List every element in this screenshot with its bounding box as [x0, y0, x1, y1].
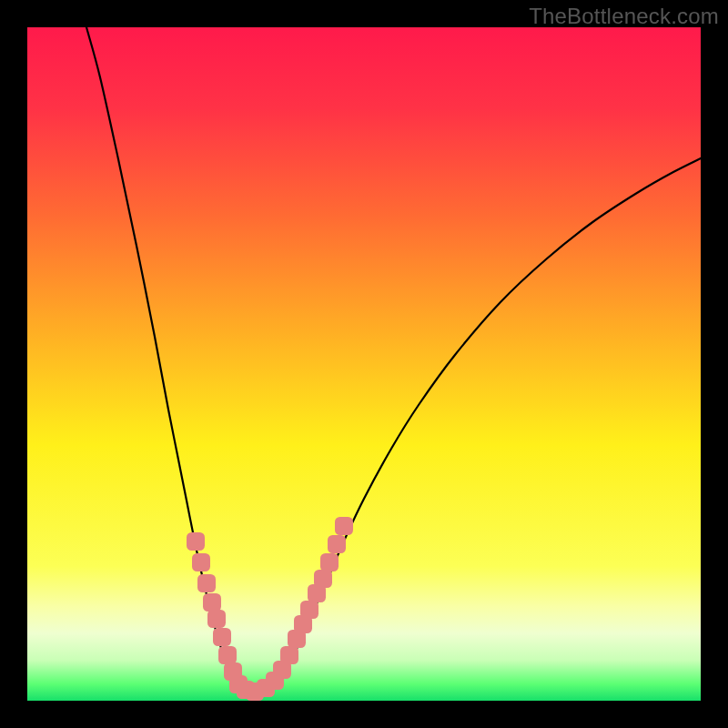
- marker-dot: [213, 628, 231, 646]
- marker-dot: [300, 601, 318, 619]
- marker-dot: [280, 646, 298, 664]
- marker-dot: [328, 535, 346, 553]
- marker-dot: [197, 574, 216, 592]
- marker-dot: [192, 553, 210, 571]
- marker-dot: [203, 593, 221, 612]
- chart-frame: TheBottleneck.com: [0, 0, 728, 728]
- marker-dot: [187, 532, 205, 551]
- plot-background: [27, 27, 701, 701]
- marker-dot: [218, 646, 237, 664]
- marker-dot: [207, 610, 226, 628]
- chart-canvas: [0, 0, 728, 728]
- marker-dot: [314, 570, 332, 588]
- marker-dot: [320, 553, 339, 571]
- marker-dot: [335, 517, 353, 535]
